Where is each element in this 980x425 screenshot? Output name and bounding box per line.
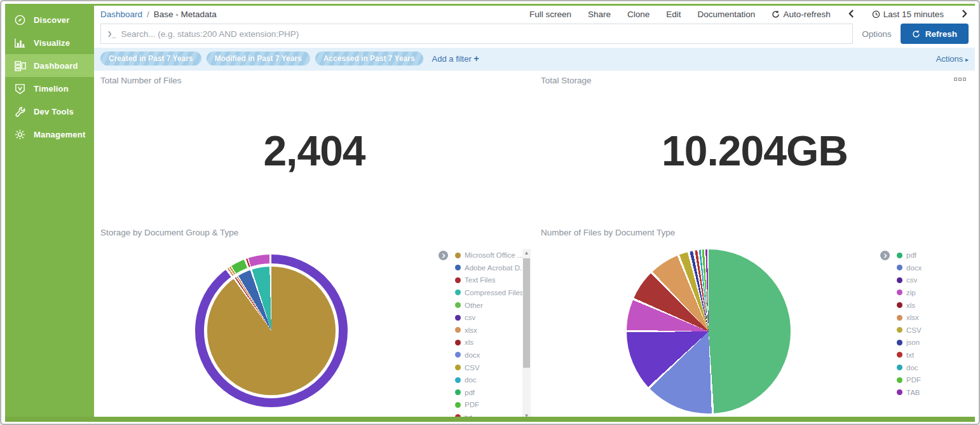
search-bar: ❯_ Options Refresh bbox=[94, 22, 975, 48]
legend-item[interactable]: doc bbox=[897, 361, 975, 374]
legend-item[interactable]: docx bbox=[897, 261, 975, 274]
legend-item[interactable]: TAB bbox=[897, 386, 975, 399]
legend-label: xls bbox=[465, 338, 473, 346]
legend-label: doc bbox=[906, 364, 918, 372]
legend-swatch bbox=[455, 402, 461, 408]
filter-pill-accessed[interactable]: Accessed in Past 7 Years bbox=[315, 52, 423, 66]
filter-pill-modified[interactable]: Modified in Past 7 Years bbox=[207, 52, 310, 66]
panel-total-number-of-files: Total Number of Files 2,404 bbox=[94, 71, 534, 223]
add-filter-button[interactable]: Add a filter + bbox=[432, 53, 479, 64]
timelion-icon bbox=[14, 83, 26, 95]
legend-swatch bbox=[455, 277, 461, 283]
legend-swatch bbox=[455, 389, 461, 395]
breadcrumb-separator: / bbox=[147, 10, 149, 19]
legend-label: csv bbox=[906, 276, 917, 284]
time-next-button[interactable] bbox=[960, 9, 969, 20]
sidebar-item-label: Dashboard bbox=[34, 61, 78, 71]
legend-collapse-button[interactable] bbox=[880, 251, 890, 260]
app-window: Discover Visualize Dashboard Timelion De… bbox=[0, 0, 980, 425]
legend-swatch bbox=[897, 289, 902, 295]
storage-donut-outer-ring[interactable] bbox=[195, 254, 348, 407]
chevron-right-icon bbox=[962, 10, 967, 18]
breadcrumb-current: Base - Metadata bbox=[154, 10, 217, 19]
legend-item[interactable]: zip bbox=[897, 286, 975, 299]
refresh-button[interactable]: Refresh bbox=[901, 24, 969, 44]
sidebar-item-management[interactable]: Management bbox=[5, 123, 94, 146]
storage-donut-inner-pie[interactable] bbox=[204, 263, 339, 398]
scrollbar-thumb[interactable] bbox=[523, 258, 530, 368]
time-range-picker[interactable]: Last 15 minutes bbox=[872, 10, 944, 19]
legend-label: csv bbox=[465, 314, 475, 321]
legend-item[interactable]: csv bbox=[897, 274, 975, 287]
files-pie-chart[interactable] bbox=[627, 249, 791, 414]
sidebar-item-visualize[interactable]: Visualize bbox=[5, 31, 94, 54]
legend-label: PDF bbox=[465, 401, 479, 408]
panel-title: Number of Files by Document Type bbox=[541, 228, 675, 237]
gear-icon bbox=[14, 129, 26, 141]
full-screen-button[interactable]: Full screen bbox=[529, 10, 571, 19]
legend-swatch bbox=[897, 327, 902, 333]
panel-total-storage: Total Storage 10.204GB bbox=[534, 71, 975, 223]
share-button[interactable]: Share bbox=[588, 10, 611, 19]
legend-label: docx bbox=[465, 351, 480, 359]
legend-scrollbar[interactable]: ▲ ▼ bbox=[522, 249, 531, 417]
legend-item[interactable]: txt bbox=[897, 349, 975, 361]
legend-label: doc bbox=[465, 376, 477, 384]
clone-button[interactable]: Clone bbox=[627, 10, 650, 19]
caret-right-icon: ▸ bbox=[965, 56, 969, 63]
breadcrumb-dashboard-link[interactable]: Dashboard bbox=[100, 10, 142, 19]
clock-icon bbox=[872, 10, 880, 18]
legend-swatch bbox=[897, 253, 902, 258]
compass-icon bbox=[14, 14, 26, 26]
legend-swatch bbox=[455, 340, 461, 345]
metric-value-total-storage: 10.204GB bbox=[534, 127, 975, 175]
legend-label: txt bbox=[465, 414, 472, 417]
legend-swatch bbox=[455, 377, 461, 383]
search-input[interactable] bbox=[121, 29, 846, 39]
legend-swatch bbox=[455, 315, 461, 321]
legend-swatch bbox=[455, 352, 461, 358]
legend-swatch bbox=[897, 340, 902, 345]
legend-swatch bbox=[455, 365, 461, 370]
time-previous-button[interactable] bbox=[847, 9, 855, 20]
sidebar-item-label: Management bbox=[34, 130, 85, 139]
sidebar-item-dashboard[interactable]: Dashboard bbox=[5, 54, 94, 77]
legend-label: xlsx bbox=[465, 326, 477, 334]
legend-swatch bbox=[897, 377, 902, 383]
sidebar-item-label: Dev Tools bbox=[34, 107, 74, 116]
filter-bar: Created in Past 7 Years Modified in Past… bbox=[94, 48, 975, 71]
sidebar-item-discover[interactable]: Discover bbox=[5, 8, 94, 31]
metric-value-total-files: 2,404 bbox=[94, 127, 534, 175]
panel-options-icon[interactable] bbox=[954, 78, 966, 81]
chevron-right-icon bbox=[441, 253, 446, 258]
auto-refresh-button[interactable]: Auto-refresh bbox=[772, 10, 830, 19]
legend-item[interactable]: pdf bbox=[897, 249, 975, 261]
legend-item[interactable]: xls bbox=[897, 299, 975, 312]
legend-swatch bbox=[897, 352, 902, 358]
sidebar-item-timelion[interactable]: Timelion bbox=[5, 77, 94, 100]
legend-label: pdf bbox=[465, 389, 475, 396]
filter-actions-button[interactable]: Actions ▸ bbox=[936, 54, 969, 64]
sidebar-item-dev-tools[interactable]: Dev Tools bbox=[5, 100, 94, 123]
documentation-link[interactable]: Documentation bbox=[698, 10, 756, 19]
legend-item[interactable]: json bbox=[897, 337, 975, 349]
edit-button[interactable]: Edit bbox=[666, 10, 681, 19]
options-button[interactable]: Options bbox=[862, 29, 892, 39]
legend-label: xlsx bbox=[906, 314, 919, 321]
legend-item[interactable]: CSV bbox=[897, 324, 975, 337]
legend-item[interactable]: PDF bbox=[897, 373, 975, 386]
filter-pill-created[interactable]: Created in Past 7 Years bbox=[100, 52, 201, 66]
legend-label: Adobe Acrobat D... bbox=[465, 264, 526, 272]
bottom-accent-bar bbox=[5, 417, 975, 422]
search-box[interactable]: ❯_ bbox=[100, 24, 853, 44]
scroll-down-arrow-icon[interactable]: ▼ bbox=[522, 412, 531, 417]
legend-label: CSV bbox=[465, 364, 480, 372]
legend-swatch bbox=[897, 277, 902, 283]
legend-item[interactable]: xlsx bbox=[897, 311, 975, 324]
top-menu: Full screen Share Clone Edit Documentati… bbox=[529, 9, 969, 20]
legend-label: TAB bbox=[906, 389, 920, 396]
scroll-up-arrow-icon[interactable]: ▲ bbox=[522, 249, 531, 256]
legend-swatch bbox=[897, 315, 902, 321]
legend-collapse-button[interactable] bbox=[439, 251, 448, 260]
legend-swatch bbox=[455, 253, 461, 258]
